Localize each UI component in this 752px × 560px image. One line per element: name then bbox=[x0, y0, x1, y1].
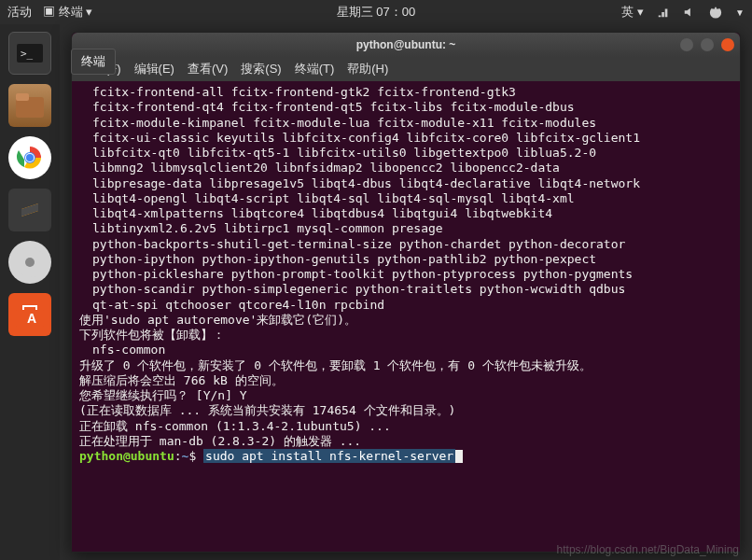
pkg-line: libqt4-opengl libqt4-script libqt4-sql l… bbox=[79, 191, 732, 206]
window-titlebar[interactable]: python@ubuntu: ~ bbox=[72, 33, 740, 57]
watermark-text: https://blog.csdn.net/BigData_Mining bbox=[557, 543, 739, 556]
menu-search[interactable]: 搜索(S) bbox=[241, 61, 281, 77]
dock-icon-terminal[interactable]: >_ bbox=[8, 32, 51, 75]
svg-point-7 bbox=[26, 154, 34, 161]
dock-icon-sublime[interactable] bbox=[8, 189, 51, 231]
pkg-line: fcitx-frontend-all fcitx-frontend-gtk2 f… bbox=[79, 85, 732, 100]
msg-line: 升级了 0 个软件包，新安装了 0 个软件包，要卸载 1 个软件包，有 0 个软… bbox=[79, 358, 592, 372]
power-icon[interactable] bbox=[709, 6, 722, 19]
pkg-line: fcitx-frontend-qt4 fcitx-frontend-qt5 fc… bbox=[79, 100, 732, 115]
svg-rect-3 bbox=[16, 93, 29, 101]
gnome-top-panel: 活动 ▣ 终端 ▾ 星期三 07：00 英 ▾ ▼ bbox=[0, 0, 752, 24]
dock-icon-files[interactable] bbox=[8, 84, 51, 127]
msg-line: 正在卸载 nfs-common (1:1.3.4-2.1ubuntu5) ... bbox=[79, 419, 391, 433]
svg-text:>_: >_ bbox=[21, 48, 34, 60]
volume-icon[interactable] bbox=[683, 6, 696, 19]
pkg-line: python-scandir python-simplegeneric pyth… bbox=[79, 282, 732, 297]
window-title: python@ubuntu: ~ bbox=[356, 38, 456, 51]
msg-line: (正在读取数据库 ... 系统当前共安装有 174654 个文件和目录。) bbox=[79, 403, 455, 417]
terminal-menubar: 文件(F) 编辑(E) 查看(V) 搜索(S) 终端(T) 帮助(H) bbox=[72, 57, 740, 81]
msg-line: 下列软件包将被【卸载】： bbox=[79, 328, 225, 342]
network-icon[interactable] bbox=[657, 6, 670, 19]
msg-line: 解压缩后将会空出 766 kB 的空间。 bbox=[79, 373, 284, 387]
pkg-line: fcitx-module-kimpanel fcitx-module-lua f… bbox=[79, 116, 732, 131]
pkg-line: python-pickleshare python-prompt-toolkit… bbox=[79, 267, 732, 282]
menu-help[interactable]: 帮助(H) bbox=[347, 61, 388, 77]
pkg-line: qt-at-spi qtchooser qtcore4-l10n rpcbind bbox=[79, 298, 732, 313]
dock-icon-software[interactable]: A bbox=[8, 293, 51, 336]
terminal-window: python@ubuntu: ~ 文件(F) 编辑(E) 查看(V) 搜索(S)… bbox=[71, 32, 741, 553]
msg-line: 使用'sudo apt autoremove'来卸载它(它们)。 bbox=[79, 313, 356, 327]
pkg-line: libfcitx-qt0 libfcitx-qt5-1 libfcitx-uti… bbox=[79, 146, 732, 161]
menu-terminal[interactable]: 终端(T) bbox=[295, 61, 335, 77]
svg-point-9 bbox=[25, 258, 35, 267]
typed-command: sudo apt install nfs-kernel-server bbox=[203, 449, 455, 463]
dock-icon-chrome[interactable] bbox=[8, 136, 51, 179]
svg-text:A: A bbox=[27, 311, 36, 326]
dock-tooltip: 终端 bbox=[71, 49, 116, 75]
menu-edit[interactable]: 编辑(E) bbox=[134, 61, 174, 77]
prompt-user: python@ubuntu bbox=[79, 449, 174, 463]
pkg-line: libmng2 libmysqlclient20 libnfsidmap2 li… bbox=[79, 161, 732, 175]
clock[interactable]: 星期三 07：00 bbox=[337, 4, 416, 21]
pkg-line: python-ipython python-ipython-genutils p… bbox=[79, 252, 732, 267]
menu-view[interactable]: 查看(V) bbox=[188, 61, 228, 77]
input-method-indicator[interactable]: 英 ▾ bbox=[621, 4, 644, 21]
minimize-button[interactable] bbox=[680, 38, 693, 51]
activities-button[interactable]: 活动 bbox=[7, 4, 32, 21]
pkg-remove-line: nfs-common bbox=[79, 343, 732, 357]
dock-sidebar: >_ A bbox=[0, 24, 60, 560]
msg-line: 您希望继续执行吗？ [Y/n] Y bbox=[79, 388, 247, 402]
pkg-line: fcitx-ui-classic keyutils libfcitx-confi… bbox=[79, 131, 732, 146]
cursor-icon bbox=[455, 450, 463, 463]
pkg-line: python-backports-shutil-get-terminal-siz… bbox=[79, 237, 732, 252]
pkg-line: libtinyxml2.6.2v5 libtirpc1 mysql-common… bbox=[79, 221, 732, 236]
msg-line: 正在处理用于 man-db (2.8.3-2) 的触发器 ... bbox=[79, 434, 361, 448]
pkg-line: libpresage-data libpresage1v5 libqt4-dbu… bbox=[79, 176, 732, 191]
maximize-button[interactable] bbox=[701, 38, 714, 51]
terminal-app-menu[interactable]: ▣ 终端 ▾ bbox=[43, 4, 92, 21]
dock-icon-rhythmbox[interactable] bbox=[8, 241, 51, 284]
pkg-line: libqt4-xmlpatterns libqtcore4 libqtdbus4… bbox=[79, 206, 732, 221]
system-menu-chevron-icon[interactable]: ▼ bbox=[735, 7, 745, 18]
terminal-output[interactable]: fcitx-frontend-all fcitx-frontend-gtk2 f… bbox=[72, 81, 740, 552]
close-button[interactable] bbox=[721, 38, 734, 51]
